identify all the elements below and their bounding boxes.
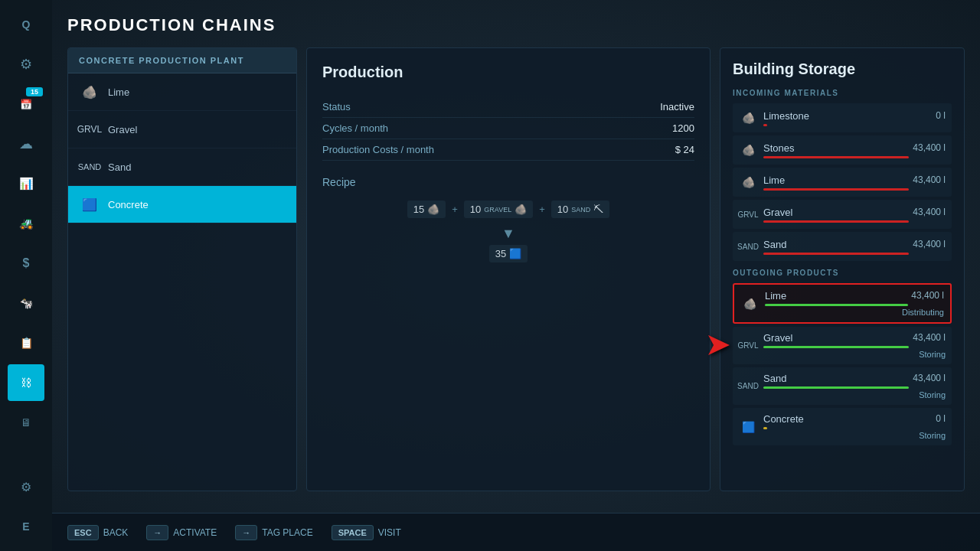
dollar-icon: $	[23, 256, 30, 270]
hint-activate: → ACTIVATE	[146, 525, 217, 540]
gravel-in-name: Gravel	[763, 207, 913, 218]
hint-visit: SPACE VISIT	[332, 525, 401, 540]
gravel-in-amount: 43,400 l	[913, 207, 946, 218]
recipe-arrow: ▼	[322, 226, 694, 242]
back-label: BACK	[103, 527, 129, 538]
gravel-out-icon: GRVL	[739, 337, 757, 355]
lime-out-name: Lime	[765, 290, 911, 302]
chain-item-lime[interactable]: 🪨 Lime	[68, 73, 296, 111]
gravel-icon: GRVL	[79, 119, 100, 140]
chain-item-sand[interactable]: SAND Sand	[68, 148, 296, 186]
building-storage-panel: Building Storage INCOMING MATERIALS 🪨 Li…	[720, 47, 965, 491]
sidebar-item-animals[interactable]: 🐄	[8, 285, 44, 321]
recipe-formula: 15 🪨 + 10 GRAVEL 🪨 + 10 SAND ⛏	[322, 201, 694, 218]
bottom-bar: ESC BACK → ACTIVATE → TAG PLACE SPACE VI…	[52, 513, 980, 551]
incoming-sand: SAND Sand 43,400 l	[733, 232, 952, 261]
activate-label: ACTIVATE	[173, 527, 217, 538]
sidebar-item-cloud[interactable]: ☁	[8, 126, 44, 162]
ingredient-sand: 10 SAND ⛏	[551, 201, 609, 218]
result-concrete: 35 🟦	[489, 245, 528, 262]
lime-in-amount: 43,400 l	[913, 174, 946, 186]
sand-in-amount: 43,400 l	[913, 239, 946, 250]
chart-icon: 📊	[19, 177, 34, 191]
ingredient-lime: 15 🪨	[407, 201, 446, 218]
sidebar-item-q[interactable]: Q	[8, 6, 44, 43]
sand-out-status: Storing	[763, 390, 946, 399]
space-key: SPACE	[332, 525, 374, 540]
incoming-gravel: GRVL Gravel 43,400 l	[733, 200, 952, 229]
sand-in-icon: SAND	[739, 237, 757, 256]
outgoing-lime: 🪨 Lime 43,400 l Distributing	[733, 283, 952, 324]
cow-icon: 🐄	[20, 297, 33, 309]
sidebar-item-economy[interactable]: $	[8, 245, 44, 282]
cycles-row: Cycles / month 1200	[322, 118, 694, 139]
status-label: Status	[322, 101, 351, 112]
gravel-in-icon: GRVL	[739, 205, 757, 223]
sidebar-item-gear[interactable]: ⚙	[8, 46, 44, 83]
chain-item-sand-label: Sand	[108, 161, 131, 173]
chains-panel-header: CONCRETE PRODUCTION PLANT	[68, 48, 296, 73]
sand-out-bar	[763, 386, 909, 389]
sand-icon: SAND	[79, 156, 100, 178]
recipe-result: 35 🟦	[322, 245, 694, 262]
calendar-icon: 📅	[20, 99, 32, 110]
tagplace-key: →	[235, 525, 257, 540]
stones-amount: 43,400 l	[913, 142, 946, 154]
tractor-icon: 🚜	[19, 217, 34, 230]
hint-back: ESC BACK	[67, 525, 128, 540]
q-icon: Q	[22, 18, 31, 31]
sidebar-item-calendar[interactable]: 📅 15	[8, 86, 44, 122]
gravel-out-name: Gravel	[763, 332, 913, 344]
concrete-out-bar	[763, 427, 767, 429]
sand-out-amount: 43,400 l	[913, 373, 946, 384]
concrete-out-amount: 0 l	[936, 413, 946, 425]
production-chains-panel: CONCRETE PRODUCTION PLANT 🪨 Lime GRVL Gr…	[67, 47, 297, 491]
gravel-recipe-amount: 10	[470, 204, 481, 215]
sidebar-item-monitor[interactable]: 🖥	[8, 404, 44, 441]
chain-item-concrete[interactable]: 🟦 Concrete	[68, 186, 296, 223]
sand-recipe-icon: ⛏	[593, 204, 603, 215]
sidebar-item-chains[interactable]: ⛓	[8, 364, 44, 401]
plus-2: +	[539, 204, 545, 215]
chain-item-gravel[interactable]: GRVL Gravel	[68, 111, 296, 148]
lime-out-icon: 🪨	[740, 295, 759, 313]
gravel-out-amount: 43,400 l	[913, 332, 946, 344]
status-row: Status Inactive	[322, 96, 694, 118]
main-content: PRODUCTION CHAINS CONCRETE PRODUCTION PL…	[52, 0, 980, 551]
production-panel: Production Status Inactive Cycles / mont…	[306, 47, 710, 491]
storage-panel-title: Building Storage	[733, 60, 952, 78]
gravel-recipe-label: GRAVEL	[484, 206, 511, 214]
cycles-label: Cycles / month	[322, 122, 388, 134]
sand-in-name: Sand	[763, 239, 913, 250]
sidebar-item-e[interactable]: E	[8, 508, 44, 545]
sidebar-item-book[interactable]: 📋	[8, 324, 44, 361]
outgoing-sand: SAND Sand 43,400 l Storing	[733, 367, 952, 405]
result-icon: 🟦	[509, 248, 521, 259]
page-title: PRODUCTION CHAINS	[67, 15, 965, 35]
chain-item-lime-label: Lime	[108, 86, 129, 98]
sand-in-bar	[763, 253, 909, 255]
concrete-out-name: Concrete	[763, 413, 936, 425]
e-icon: E	[22, 520, 29, 533]
concrete-out-icon: 🟦	[739, 418, 757, 436]
costs-row: Production Costs / month $ 24	[322, 139, 694, 161]
gravel-out-bar	[763, 346, 909, 348]
stones-name: Stones	[763, 142, 913, 154]
lime-icon: 🪨	[79, 81, 100, 103]
costs-value: $ 24	[675, 144, 694, 155]
sand-out-name: Sand	[763, 373, 913, 384]
limestone-icon: 🪨	[739, 109, 757, 127]
esc-key: ESC	[67, 525, 99, 540]
tagplace-label: TAG PLACE	[262, 527, 312, 538]
lime-recipe-icon: 🪨	[427, 204, 439, 215]
sidebar-item-tractor[interactable]: 🚜	[8, 205, 44, 242]
stones-bar	[763, 156, 909, 158]
sidebar-item-chart[interactable]: 📊	[8, 165, 44, 202]
sand-recipe-label: SAND	[571, 206, 590, 214]
chain-item-concrete-label: Concrete	[108, 199, 149, 210]
concrete-icon: 🟦	[79, 194, 100, 215]
lime-in-bar	[763, 188, 909, 191]
gear-icon: ⚙	[20, 56, 32, 73]
sand-out-icon: SAND	[739, 377, 757, 396]
sidebar-item-cog[interactable]: ⚙	[8, 468, 44, 505]
